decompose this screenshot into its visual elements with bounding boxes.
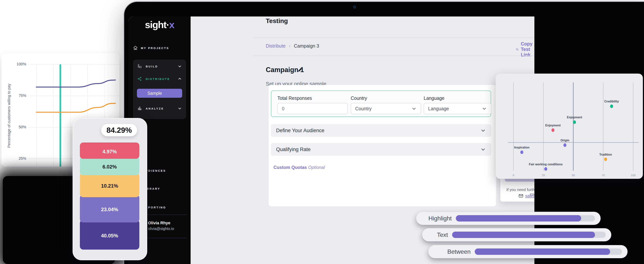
- phone-device: 84.29% 4.97%6.02%10.21%23.04%40.05%: [72, 118, 147, 260]
- progress-track: [475, 248, 622, 255]
- sightx-logo: sight·x: [128, 19, 190, 30]
- svg-text:Enjoyment: Enjoyment: [545, 124, 560, 127]
- progress-track: [456, 215, 595, 221]
- funnel-segment-label: 6.02%: [102, 164, 117, 170]
- total-responses-input[interactable]: 0: [278, 103, 348, 114]
- svg-text:50: 50: [572, 174, 575, 177]
- svg-text:75: 75: [602, 174, 605, 177]
- qualifying-rate-accordion[interactable]: Qualifying Rate: [271, 143, 491, 156]
- chevron-down-icon: [482, 106, 487, 111]
- sidebar-item-analyze[interactable]: ANALYZE: [133, 103, 186, 114]
- distribute-icon: [138, 77, 142, 81]
- edit-pencil-icon[interactable]: [298, 67, 303, 73]
- support-email-link[interactable]: sales@sightx.io: [525, 193, 534, 198]
- user-name[interactable]: Olivia Rhye: [148, 220, 170, 225]
- optional-label: Optional: [308, 165, 325, 170]
- user-email: olivia@sightx.io: [148, 226, 174, 231]
- chevron-down-icon: [480, 128, 486, 133]
- copy-test-link-label: Copy Test Link: [521, 41, 534, 58]
- responses-section: Total Responses Country Language 0 Count…: [271, 90, 491, 117]
- analyze-icon: [138, 106, 142, 111]
- chevron-down-icon: [178, 106, 182, 111]
- funnel-segment-label: 23.04%: [101, 207, 118, 212]
- funnel-total-value: 84.29%: [106, 126, 132, 134]
- build-icon: [138, 64, 142, 69]
- app-window: sight·x MY PROJECTS BUILD DISTRIBUTE: [128, 17, 534, 264]
- funnel-segment: 4.97%: [80, 142, 139, 159]
- copy-icon: [516, 47, 518, 52]
- pill-row-text: Text: [422, 228, 611, 241]
- sidebar-item-label: DISTRIBUTE: [146, 77, 170, 81]
- funnel-segment: 10.21%: [80, 173, 139, 197]
- svg-text:Inspiration: Inspiration: [514, 146, 530, 149]
- svg-text:0: 0: [513, 174, 514, 177]
- scatter-chart-card: 0255075100CredibilityEnjoymentEnjoymentO…: [496, 74, 643, 179]
- accordion-label: Qualifying Rate: [276, 147, 311, 152]
- funnel-segment-label: 10.21%: [101, 183, 118, 189]
- progress-track: [452, 232, 606, 238]
- total-responses-value: 0: [282, 106, 284, 111]
- sidebar-item-label: ANALYZE: [146, 107, 164, 110]
- sample-setup-card: Total Responses Country Language 0 Count…: [268, 85, 496, 206]
- scatter-chart: 0255075100CredibilityEnjoymentEnjoymentO…: [496, 74, 643, 179]
- define-audience-accordion[interactable]: Define Your Audience: [271, 124, 491, 137]
- progress-fill: [452, 232, 595, 238]
- sidebar-item-distribute[interactable]: DISTRIBUTE: [133, 73, 186, 84]
- pill-label: Highlight: [416, 215, 456, 222]
- language-label: Language: [424, 96, 444, 101]
- chevron-down-icon: [480, 147, 486, 152]
- breadcrumb: Distribute › Campaign 3: [266, 43, 319, 49]
- svg-text:Tradition: Tradition: [599, 153, 612, 156]
- svg-text:Enjoyment: Enjoyment: [567, 116, 582, 119]
- sidebar-nav-panel: BUILD DISTRIBUTE Sample ANALYZE: [133, 60, 186, 119]
- svg-text:Fair working conditions: Fair working conditions: [529, 163, 563, 166]
- accordion-label: Define Your Audience: [276, 128, 324, 133]
- envelope-icon: [518, 193, 523, 198]
- progress-fill: [475, 248, 610, 255]
- chevron-down-icon: [178, 64, 182, 69]
- pill-label: Between: [428, 248, 475, 255]
- custom-quotas-link[interactable]: Custom Quotas Optional: [274, 165, 325, 170]
- sidebar-item-label: MY PROJECTS: [141, 47, 169, 50]
- sidebar-item-sample[interactable]: Sample: [137, 89, 182, 98]
- tablet-camera-dot: [353, 6, 356, 9]
- breadcrumb-separator: ›: [289, 43, 291, 49]
- pill-row-between: Between: [428, 245, 628, 258]
- funnel-segment-label: 40.05%: [101, 233, 118, 239]
- funnel-segment: 23.04%: [80, 194, 139, 222]
- page-title: Testing: [266, 17, 288, 25]
- pill-row-highlight: Highlight: [416, 212, 600, 225]
- svg-text:Credibility: Credibility: [604, 100, 619, 103]
- logo-x: x: [169, 19, 174, 30]
- funnel-total-badge: 84.29%: [101, 124, 137, 136]
- breadcrumb-current: Campaign 3: [294, 43, 319, 49]
- copy-test-link-button[interactable]: Copy Test Link: [516, 41, 534, 58]
- page-background: sight·x MY PROJECTS BUILD DISTRIBUTE: [0, 0, 644, 264]
- chevron-up-icon: [178, 77, 182, 81]
- svg-text:25: 25: [542, 174, 545, 177]
- language-select[interactable]: Language: [424, 103, 491, 114]
- pill-label: Text: [422, 231, 452, 238]
- custom-quotas-label: Custom Quotas: [274, 165, 307, 170]
- funnel-segment-label: 4.97%: [102, 149, 117, 155]
- chevron-down-icon: [411, 106, 416, 111]
- logo-text: sight: [145, 19, 166, 30]
- progress-fill: [456, 215, 581, 221]
- logo-dot: ·: [166, 19, 169, 30]
- divider: [253, 38, 534, 38]
- language-value: Language: [428, 106, 449, 111]
- total-responses-label: Total Responses: [278, 96, 312, 101]
- sidebar-item-my-projects[interactable]: MY PROJECTS: [133, 44, 169, 52]
- country-value: Country: [355, 106, 372, 111]
- country-label: Country: [351, 96, 367, 101]
- main-content: Testing + New Campaign Distribute › Camp…: [190, 17, 534, 264]
- funnel-segment: 6.02%: [80, 156, 139, 175]
- sidebar-item-label: BUILD: [146, 65, 158, 68]
- funnel-segment: 40.05%: [80, 220, 139, 249]
- breadcrumb-distribute[interactable]: Distribute: [266, 43, 286, 49]
- home-icon: [133, 46, 138, 50]
- svg-text:Origin: Origin: [560, 139, 569, 142]
- country-select[interactable]: Country: [351, 103, 421, 114]
- divider: [253, 55, 534, 56]
- sidebar-item-build[interactable]: BUILD: [133, 61, 186, 72]
